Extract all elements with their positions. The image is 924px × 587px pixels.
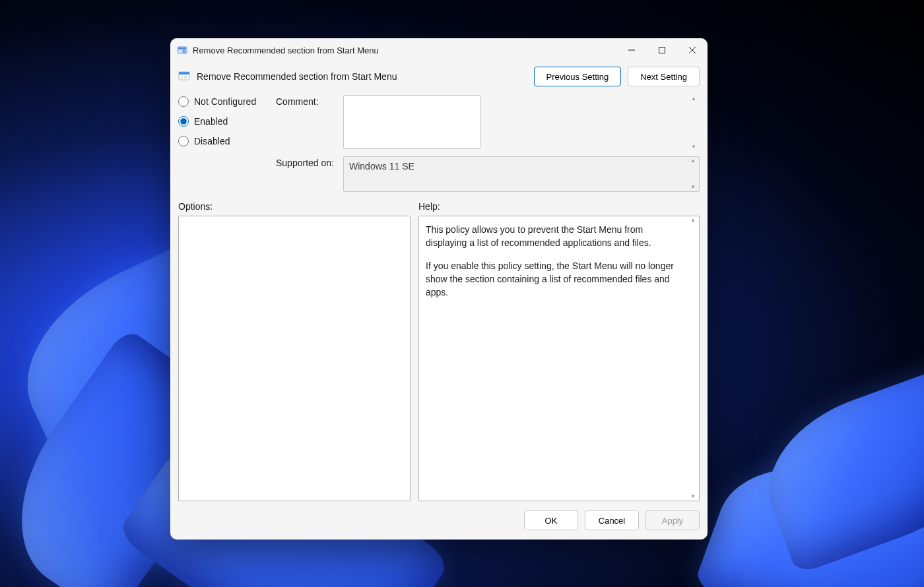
help-paragraph-2: If you enable this policy setting, the S… <box>426 259 683 299</box>
radio-not-configured-input[interactable] <box>178 96 189 107</box>
policy-toolbar: Remove Recommended section from Start Me… <box>170 62 708 91</box>
state-radio-group: Not Configured Enabled Disabled <box>178 95 271 192</box>
radio-disabled[interactable]: Disabled <box>178 136 271 146</box>
svg-rect-8 <box>179 72 189 75</box>
help-scroll-indicator: ▲ ▼ <box>688 218 698 499</box>
svg-rect-10 <box>183 77 187 78</box>
app-icon <box>177 45 187 55</box>
policy-name: Remove Recommended section from Start Me… <box>197 71 397 82</box>
close-button[interactable] <box>677 38 708 62</box>
configuration-area: Not Configured Enabled Disabled Comment:… <box>170 91 708 199</box>
next-setting-button[interactable]: Next Setting <box>628 67 700 86</box>
options-pane <box>178 216 411 501</box>
help-label: Help: <box>418 201 440 212</box>
radio-not-configured-label[interactable]: Not Configured <box>194 96 256 107</box>
pane-labels: Options: Help: <box>170 199 708 216</box>
comment-label: Comment: <box>276 95 337 107</box>
radio-disabled-input[interactable] <box>178 136 189 146</box>
help-paragraph-1: This policy allows you to prevent the St… <box>426 223 683 250</box>
supported-on-label: Supported on: <box>276 156 337 168</box>
svg-point-9 <box>181 77 182 78</box>
titlebar: Remove Recommended section from Start Me… <box>170 38 708 62</box>
previous-setting-button[interactable]: Previous Setting <box>534 67 622 86</box>
cancel-button[interactable]: Cancel <box>585 510 639 530</box>
dialog-footer: OK Cancel Apply <box>170 501 708 540</box>
radio-enabled-label[interactable]: Enabled <box>194 116 228 127</box>
radio-not-configured[interactable]: Not Configured <box>178 96 271 107</box>
window-title: Remove Recommended section from Start Me… <box>193 46 379 55</box>
help-pane: This policy allows you to prevent the St… <box>418 216 700 501</box>
ok-button[interactable]: OK <box>524 510 578 530</box>
radio-disabled-label[interactable]: Disabled <box>194 136 230 146</box>
apply-button: Apply <box>645 510 700 530</box>
radio-enabled[interactable]: Enabled <box>178 116 271 127</box>
panes-row: This policy allows you to prevent the St… <box>170 216 708 501</box>
svg-rect-1 <box>178 47 186 49</box>
comment-input[interactable] <box>343 95 481 149</box>
window-controls <box>616 38 708 62</box>
svg-rect-4 <box>659 47 665 53</box>
svg-point-2 <box>183 50 186 53</box>
supported-scroll-indicator: ▲ ▼ <box>688 158 698 190</box>
supported-on-value: Windows 11 SE ▲ ▼ <box>343 156 700 192</box>
radio-enabled-input[interactable] <box>178 116 189 127</box>
minimize-button[interactable] <box>616 38 647 62</box>
meta-fields: Comment: ▲ ▼ Supported on: Windows 11 SE… <box>276 95 700 192</box>
help-text: This policy allows you to prevent the St… <box>426 223 683 299</box>
options-label: Options: <box>178 201 418 212</box>
policy-setting-icon <box>178 71 190 82</box>
maximize-button[interactable] <box>647 38 677 62</box>
comment-scroll-indicator: ▲ ▼ <box>689 96 698 150</box>
group-policy-dialog: Remove Recommended section from Start Me… <box>170 38 708 540</box>
